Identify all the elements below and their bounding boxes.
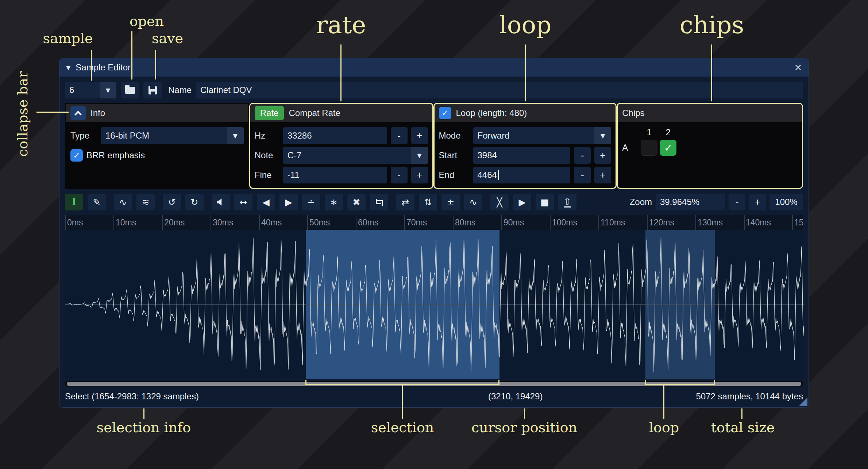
loop-mode-value: Forward xyxy=(473,131,510,141)
brr-emphasis-label: BRR emphasis xyxy=(86,150,145,160)
annotation-sample: sample xyxy=(43,30,93,46)
chip-2-checkbox[interactable]: ✓ xyxy=(660,140,676,156)
titlebar[interactable]: ▼ Sample Editor ✕ xyxy=(59,58,809,77)
chip-1-checkbox[interactable] xyxy=(641,140,657,156)
page-background: ▼ Sample Editor ✕ 6 ▼ Name Clarinet DQV xyxy=(0,0,868,469)
chips-header: Chips xyxy=(618,104,802,122)
preview-button[interactable]: ▶ xyxy=(513,194,531,210)
chevron-down-icon[interactable]: ▼ xyxy=(411,147,428,164)
loop-start-input[interactable]: 3984 xyxy=(473,147,571,164)
resample-button[interactable]: ≋ xyxy=(136,194,155,210)
loop-end-input[interactable]: 4464 xyxy=(473,167,571,183)
hz-minus-button[interactable]: - xyxy=(391,127,408,144)
annotation-selection: selection xyxy=(371,419,434,435)
folder-open-icon xyxy=(125,87,135,94)
type-value: 16-bit PCM xyxy=(101,131,149,141)
ruler-label: 0ms xyxy=(67,218,83,228)
annotation-line xyxy=(711,44,712,101)
annotation-line xyxy=(402,385,403,419)
rate-button[interactable]: Rate xyxy=(255,106,284,120)
resize-grip[interactable] xyxy=(799,398,807,406)
amplify-button[interactable] xyxy=(212,194,230,210)
zoom-value: 39.9645% xyxy=(656,197,699,207)
text-cursor xyxy=(498,170,499,180)
note-select[interactable]: C-7 ▼ xyxy=(283,147,428,164)
hz-input[interactable]: 33286 xyxy=(283,127,387,144)
apply-silence-button[interactable]: ∗ xyxy=(325,194,343,210)
name-label: Name xyxy=(168,85,192,95)
ruler-label: 80ms xyxy=(455,218,475,228)
resize-button[interactable]: ∿ xyxy=(114,194,132,210)
insert-silence-button[interactable]: ∸ xyxy=(302,194,320,210)
fine-label: Fine xyxy=(255,170,279,180)
type-label: Type xyxy=(70,131,97,141)
zoom-in-button[interactable]: + xyxy=(749,194,766,210)
fine-input[interactable]: -11 xyxy=(283,167,387,183)
total-size-text: 5072 samples, 10144 bytes xyxy=(696,391,803,402)
annotation-line xyxy=(155,50,156,80)
loop-enable-checkbox[interactable]: ✓ xyxy=(439,107,451,119)
delete-button[interactable]: ✖ xyxy=(347,194,366,210)
fine-minus-button[interactable]: - xyxy=(391,167,408,183)
loop-end-plus-button[interactable]: + xyxy=(594,167,611,183)
chevron-down-icon[interactable]: ▼ xyxy=(100,82,116,98)
ruler-label: 10ms xyxy=(116,218,136,228)
undo-button[interactable]: ↺ xyxy=(163,194,181,210)
annotation-line xyxy=(143,408,144,419)
chevron-down-icon[interactable]: ▼ xyxy=(594,127,611,144)
select-mode-button[interactable]: I xyxy=(65,194,83,210)
save-button[interactable] xyxy=(143,82,162,98)
close-icon[interactable]: ✕ xyxy=(794,62,802,73)
sample-number-select[interactable]: 6 ▼ xyxy=(65,82,116,98)
window-title: Sample Editor xyxy=(76,62,131,73)
type-select[interactable]: 16-bit PCM ▼ xyxy=(101,127,244,144)
invert-button[interactable]: ⇅ xyxy=(419,194,437,210)
filter-button[interactable]: ∿ xyxy=(464,194,482,210)
zoom-out-button[interactable]: - xyxy=(729,194,745,210)
annotation-cursor-position: cursor position xyxy=(471,419,577,435)
fine-value: -11 xyxy=(283,170,300,180)
zoom-reset-button[interactable]: 100% xyxy=(769,194,803,210)
collapse-bar-button[interactable] xyxy=(70,106,86,120)
note-label: Note xyxy=(255,150,279,160)
chevron-down-icon[interactable]: ▼ xyxy=(227,127,244,144)
sign-button[interactable]: ± xyxy=(441,194,460,210)
sample-editor-window: ▼ Sample Editor ✕ 6 ▼ Name Clarinet DQV xyxy=(59,58,809,408)
loop-start-minus-button[interactable]: - xyxy=(574,147,591,164)
chip-column-2: 2 xyxy=(659,127,678,137)
ruler-label: 100ms xyxy=(552,218,577,228)
play-icon: ▶ xyxy=(518,198,525,207)
create-wavetable-button[interactable]: ⇧ xyxy=(558,194,576,210)
check-icon: ✓ xyxy=(664,142,672,154)
hz-plus-button[interactable]: + xyxy=(411,127,428,144)
trim-button[interactable] xyxy=(370,194,388,210)
chips-section: Chips 1 2 A ✓ xyxy=(617,103,803,189)
chevron-up-icon xyxy=(74,111,82,118)
window-collapse-icon[interactable]: ▼ xyxy=(66,64,70,71)
loop-mode-select[interactable]: Forward ▼ xyxy=(473,127,612,144)
open-button[interactable] xyxy=(121,82,139,98)
draw-mode-button[interactable]: ✎ xyxy=(88,194,106,210)
chips-row-a: A ✓ xyxy=(622,140,798,156)
loop-end-minus-button[interactable]: - xyxy=(574,167,591,183)
reverse-button[interactable]: ⇄ xyxy=(396,194,414,210)
info-header: Info xyxy=(66,104,248,122)
x-icon: ✖ xyxy=(353,198,360,207)
fine-plus-button[interactable]: + xyxy=(411,167,428,183)
chips-header-label: Chips xyxy=(622,108,644,118)
save-icon xyxy=(148,86,157,94)
fade-out-button[interactable]: ▶ xyxy=(279,194,298,210)
annotation-loop: loop xyxy=(499,11,552,39)
normalize-button[interactable]: ↔ xyxy=(234,194,252,210)
exchange-button[interactable]: ╳ xyxy=(490,194,509,210)
plus-minus-icon: ± xyxy=(447,198,455,207)
waveform-display[interactable] xyxy=(65,230,803,379)
fade-in-button[interactable]: ◀ xyxy=(257,194,275,210)
redo-button[interactable]: ↻ xyxy=(185,194,204,210)
zoom-input[interactable]: 39.9645% xyxy=(656,194,725,210)
ruler-label: 120ms xyxy=(649,218,674,228)
brr-emphasis-checkbox[interactable]: ✓ xyxy=(70,149,83,162)
loop-start-plus-button[interactable]: + xyxy=(594,147,611,164)
stop-preview-button[interactable]: ■ xyxy=(536,194,554,210)
waveform-svg[interactable] xyxy=(65,230,804,379)
